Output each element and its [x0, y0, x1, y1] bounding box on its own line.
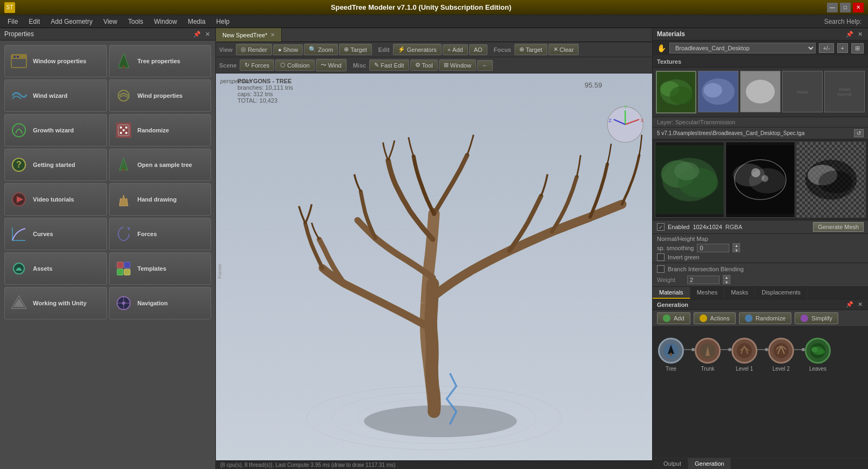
preview-specular [725, 142, 795, 218]
randomize-button[interactable]: Randomize [109, 114, 212, 146]
material-dropdown[interactable]: Broadleaves_Card_Desktop [669, 43, 816, 53]
tab-materials[interactable]: Materials [653, 287, 690, 299]
fast-edit-button[interactable]: ✎ Fast Edit [369, 59, 409, 71]
generate-mesh-button[interactable]: Generate Mesh [813, 222, 864, 232]
sp-smoothing-input[interactable] [697, 244, 729, 252]
menu-add-geometry[interactable]: Add Geometry [45, 17, 98, 26]
texture-thumb-detail[interactable]: Detail [782, 71, 823, 112]
menu-window[interactable]: Window [148, 17, 182, 26]
working-with-unity-button[interactable]: Working with Unity [4, 287, 107, 319]
node-circle-trunk[interactable] [695, 338, 721, 364]
gen-pin[interactable]: 📌 [845, 301, 855, 308]
weight-input[interactable] [687, 276, 720, 284]
curves-button[interactable]: Curves [4, 218, 107, 250]
menu-file[interactable]: File [2, 17, 23, 26]
collision-button[interactable]: ⬡ Collision [275, 59, 315, 71]
tree-properties-button[interactable]: Tree properties [109, 45, 212, 77]
texture-slot-5: Detail Normal [824, 71, 865, 113]
add-button[interactable]: + Add [443, 44, 468, 55]
close-button[interactable]: ✕ [853, 3, 864, 12]
texture-thumb-detail-normal[interactable]: Detail Normal [824, 71, 865, 112]
assets-button[interactable]: Assets [4, 252, 107, 285]
node-circle-leaves[interactable] [805, 338, 831, 364]
wind-wizard-button[interactable]: Wind wizard [4, 79, 107, 112]
navigation-button[interactable]: Navigation [109, 287, 212, 319]
material-expand-button[interactable]: ⊞ [851, 43, 864, 53]
materials-pin[interactable]: 📌 [845, 31, 855, 38]
tab-generation[interactable]: Generation [688, 458, 731, 469]
branch-blend-checkbox[interactable] [657, 265, 664, 273]
texture-thumb-diffuse[interactable] [656, 71, 696, 113]
node-circle-level2[interactable] [768, 338, 794, 364]
wind-properties-button[interactable]: Wind properties [109, 79, 212, 112]
window-scene-button[interactable]: ⊞ Window [439, 59, 476, 71]
gen-actions-label: Actions [710, 315, 730, 321]
tab-close-icon[interactable]: ✕ [270, 32, 275, 38]
zoom-button[interactable]: 🔍 Zoom [304, 44, 338, 55]
sp-smoothing-down[interactable]: ▼ [733, 248, 740, 252]
svg-text:Y: Y [624, 104, 628, 110]
gen-randomize-button[interactable]: Randomize [739, 312, 792, 324]
menu-help[interactable]: Help [211, 17, 235, 26]
getting-started-icon: ? [9, 155, 29, 175]
wind-scene-button[interactable]: 〜 Wind [316, 59, 347, 71]
target-view-button[interactable]: ⊕ Target [339, 44, 372, 55]
panel-pin[interactable]: 📌 [192, 31, 202, 38]
templates-button[interactable]: Templates [109, 252, 212, 285]
menu-media[interactable]: Media [182, 17, 211, 26]
hand-drawing-button[interactable]: Hand drawing [109, 183, 212, 216]
layer-reload-button[interactable]: ↺ [854, 129, 864, 137]
open-sample-tree-button[interactable]: Open a sample tree [109, 149, 212, 181]
texture-thumb-normal[interactable] [698, 71, 738, 112]
target-focus-button[interactable]: ⊕ Target [514, 44, 547, 55]
menu-view[interactable]: View [98, 17, 123, 26]
weight-up[interactable]: ▲ [723, 275, 730, 279]
show-button[interactable]: ● Show [273, 44, 303, 55]
window-properties-label: Window properties [33, 58, 86, 64]
gen-add-button[interactable]: Add [657, 312, 690, 324]
properties-header: Properties 📌 ✕ [0, 28, 215, 41]
tab-output[interactable]: Output [657, 458, 688, 469]
speedtree-tab[interactable]: New SpeedTree* ✕ [216, 28, 282, 42]
svg-rect-3 [17, 56, 19, 58]
3d-viewport[interactable]: perspective POLYGONS - TREE branches: 10… [216, 73, 652, 469]
menu-edit[interactable]: Edit [23, 17, 45, 26]
material-add-button[interactable]: +/- [819, 43, 833, 53]
invert-green-checkbox[interactable] [657, 253, 664, 261]
render-button[interactable]: ◎ Render [236, 44, 272, 55]
texture-thumb-specular[interactable] [740, 71, 781, 112]
generators-button[interactable]: ⚡ Generators [393, 44, 442, 55]
svg-point-60 [751, 168, 761, 177]
growth-wizard-button[interactable]: Growth wizard [4, 114, 107, 146]
video-tutorials-button[interactable]: Video tutorials [4, 183, 107, 216]
panel-close[interactable]: ✕ [204, 31, 211, 38]
enabled-checkbox[interactable] [657, 223, 664, 231]
svg-point-74 [817, 349, 825, 354]
material-plus-button[interactable]: + [837, 43, 848, 53]
tool-button[interactable]: ⚙ Tool [410, 59, 438, 71]
tab-displacements[interactable]: Displacements [755, 287, 808, 299]
target-focus-icon: ⊕ [519, 46, 524, 53]
tab-masks[interactable]: Masks [724, 287, 755, 299]
getting-started-button[interactable]: ? Getting started [4, 149, 107, 181]
gen-actions-button[interactable]: Actions [694, 312, 736, 324]
gen-simplify-button[interactable]: Simplify [795, 312, 838, 324]
tree-visualization: X Y Z 95.59 [216, 73, 652, 469]
gen-close[interactable]: ✕ [857, 301, 864, 308]
sp-smoothing-up[interactable]: ▲ [733, 243, 740, 247]
minimize-button[interactable]: — [827, 3, 838, 12]
templates-label: Templates [138, 265, 167, 272]
clear-button[interactable]: ✕ Clear [548, 44, 579, 55]
forces-scene-button[interactable]: ↻ Forces [240, 59, 274, 71]
node-circle-tree[interactable] [658, 338, 684, 364]
weight-down[interactable]: ▼ [723, 280, 730, 284]
tab-meshes[interactable]: Meshes [690, 287, 725, 299]
maximize-button[interactable]: □ [840, 3, 851, 12]
ao-button[interactable]: AO [469, 44, 487, 55]
materials-close[interactable]: ✕ [857, 31, 864, 38]
back-button[interactable]: ← [477, 60, 493, 71]
menu-tools[interactable]: Tools [123, 17, 148, 26]
window-properties-button[interactable]: Window properties [4, 45, 107, 77]
node-circle-level1[interactable] [731, 338, 757, 364]
forces-button[interactable]: Forces [109, 218, 212, 250]
